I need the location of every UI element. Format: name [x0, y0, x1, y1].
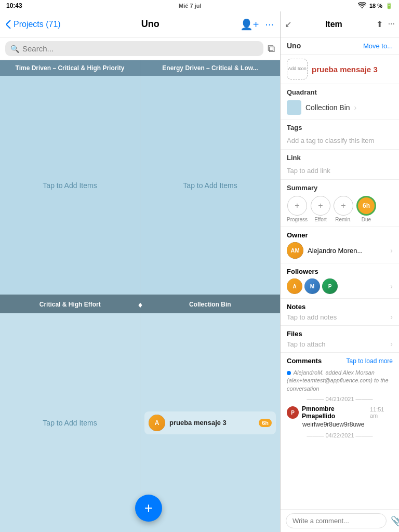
comments-header: Comments Tap to load more — [287, 357, 393, 365]
add-icon-box[interactable]: Add Icon — [287, 59, 308, 79]
follower-3: P — [322, 278, 338, 294]
summary-buttons: + Progress + Effort + Remin. 6h — [287, 196, 393, 222]
comment-input[interactable] — [286, 513, 387, 528]
files-section: Files Tap to attach › — [281, 326, 399, 353]
add-item-fab[interactable]: + — [135, 495, 162, 522]
status-indicators: 18 % 🔋 — [358, 2, 393, 9]
effort-label: Effort — [314, 217, 327, 222]
right-more-icon[interactable]: ··· — [388, 19, 395, 29]
comments-load-more[interactable]: Tap to load more — [347, 357, 393, 365]
search-input-wrapper[interactable]: 🔍 — [5, 41, 263, 56]
notes-section: Notes Tap to add notes › — [281, 299, 399, 326]
tap-to-add-col1-bottom[interactable]: Tap to Add Items — [43, 419, 97, 427]
project-section: Uno Move to... — [281, 37, 399, 55]
fab-container: + — [135, 495, 162, 522]
status-day: Mié 7 jul — [179, 3, 201, 9]
owner-row[interactable]: AM Alejandro Moren... › — [287, 242, 393, 259]
tags-placeholder[interactable]: Add a tag to classify this item — [287, 137, 374, 144]
tap-to-add-col2-top[interactable]: Tap to Add Items — [183, 181, 237, 190]
share-icon[interactable]: ⬆ — [376, 19, 383, 29]
left-panel: Projects (71) Uno 👤+ ··· 🔍 ⧉ Time Driven… — [0, 11, 281, 532]
date-divider-1: ——— 04/21/2021 ——— — [287, 396, 393, 402]
add-icon-label: Add Icon — [288, 66, 307, 72]
filter-icon[interactable]: ⧉ — [268, 43, 275, 55]
notes-placeholder: Tap to add notes — [287, 313, 390, 321]
comment-item-1: P Pmnombre Pmapellido 11:51 am weirfwe9r… — [287, 405, 393, 428]
item-badge-1: 6h — [259, 419, 272, 427]
right-nav-actions: ⬆ ··· — [376, 19, 395, 29]
right-project-name: Uno — [287, 42, 301, 50]
col-1-bottom: Tap to Add Items — [0, 313, 140, 532]
follower-avatar-3: P — [322, 278, 338, 294]
back-button[interactable]: Projects (71) — [6, 20, 61, 29]
comments-label: Comments — [287, 357, 322, 365]
col-1-top-area[interactable]: Tap to Add Items — [0, 76, 140, 295]
battery-display: 18 % — [369, 3, 382, 9]
quadrant-chevron: › — [354, 103, 357, 112]
owner-avatar: AM — [287, 242, 303, 259]
status-bar: 10:43 Mié 7 jul 18 % 🔋 — [0, 0, 399, 11]
link-placeholder[interactable]: Tap to add link — [287, 167, 330, 175]
follower-2: M — [304, 278, 320, 294]
notes-label: Notes — [287, 303, 393, 311]
quadrant-row[interactable]: Collection Bin › — [281, 98, 399, 119]
nav-actions: 👤+ ··· — [240, 18, 274, 31]
owner-chevron: › — [390, 246, 393, 255]
follower-1: A — [287, 278, 302, 294]
add-person-icon[interactable]: 👤+ — [240, 18, 259, 31]
comment-avatar-1: P — [287, 406, 299, 419]
col-1-bottom-area[interactable]: Tap to Add Items — [0, 313, 140, 532]
comments-section: Comments Tap to load more AlejandroM. ad… — [281, 353, 399, 446]
due-value: 6h — [363, 202, 370, 209]
notes-row[interactable]: Tap to add notes › — [287, 313, 393, 321]
quadrant-name: Collection Bin — [305, 103, 350, 112]
item-card-1[interactable]: A prueba mensaje 3 6h — [144, 411, 276, 434]
project-title: Uno — [141, 19, 159, 30]
summary-btn-due[interactable]: 6h Due — [356, 196, 376, 222]
row-label-bar: Critical & High Effort ⬧ Collection Bin — [0, 295, 280, 313]
search-input[interactable] — [22, 44, 258, 53]
drag-handle-icon[interactable]: ⬧ — [137, 298, 143, 310]
move-to-button[interactable]: Move to... — [363, 42, 393, 50]
followers-label: Followers — [287, 268, 393, 275]
avatar-image-1: A — [149, 415, 165, 431]
progress-label: Progress — [287, 217, 308, 222]
col-2-top-area[interactable]: Tap to Add Items — [140, 76, 280, 295]
wifi-icon — [358, 2, 366, 9]
activity-dot — [287, 371, 291, 375]
comment-author-1: Pmnombre Pmapellido — [302, 405, 367, 420]
summary-btn-effort[interactable]: + Effort — [311, 196, 330, 222]
item-title[interactable]: prueba mensaje 3 — [312, 65, 393, 74]
item-avatar-1: A — [149, 415, 165, 431]
grid-wrapper: Tap to Add Items Tap to Add Items Critic… — [0, 76, 280, 532]
right-back-icon[interactable]: ↙ — [285, 19, 291, 29]
files-row[interactable]: Tap to attach › — [287, 340, 393, 348]
followers-row[interactable]: A M P › — [287, 278, 393, 294]
due-label: Due — [362, 217, 371, 222]
summary-btn-reminder[interactable]: + Remin. — [334, 196, 353, 222]
row-label-left: Critical & High Effort — [0, 301, 140, 308]
tap-to-add-col1-top[interactable]: Tap to Add Items — [43, 181, 97, 190]
more-icon[interactable]: ··· — [265, 18, 274, 30]
follower-avatar-2: M — [304, 278, 320, 294]
followers-chevron: › — [390, 282, 393, 290]
link-section: Tap to add link — [281, 164, 399, 180]
column-header-2: Energy Driven – Critical & Low... — [140, 60, 280, 76]
row-label-right: Collection Bin — [140, 301, 281, 308]
comment-activity: AlejandroM. added Alex Morsan (alex+team… — [287, 369, 393, 393]
search-bar: 🔍 ⧉ — [0, 37, 280, 60]
right-nav: ↙ Item ⬆ ··· — [281, 11, 399, 37]
attach-icon[interactable]: 📎 — [391, 515, 399, 527]
owner-avatar-image: AM — [287, 242, 303, 259]
link-label: Link — [281, 150, 399, 164]
summary-section: Summary + Progress + Effort + Remin. — [281, 180, 399, 227]
summary-btn-progress[interactable]: + Progress — [287, 196, 308, 222]
grid-headers: Time Driven – Critical & High Priority E… — [0, 60, 280, 76]
item-title-row: Add Icon prueba mensaje 3 — [281, 55, 399, 84]
owner-name: Alejandro Moren... — [308, 247, 386, 255]
item-name-1: prueba mensaje 3 — [169, 419, 255, 427]
summary-label: Summary — [287, 184, 393, 192]
files-chevron: › — [390, 340, 393, 348]
comment-input-row: 📎 — [281, 509, 399, 532]
reminder-label: Remin. — [335, 217, 352, 222]
